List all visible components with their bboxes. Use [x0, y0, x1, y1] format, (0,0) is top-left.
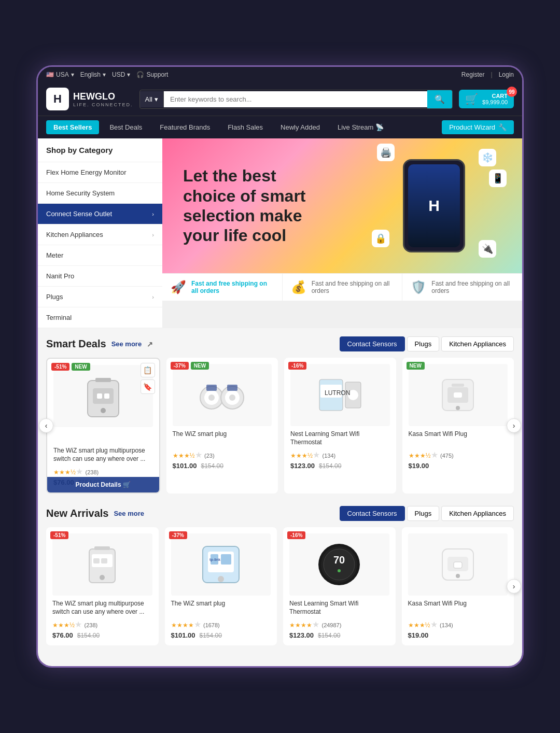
- logo: H HEWGLO LIFE. CONNECTED.: [46, 88, 133, 110]
- na-product-1-count: 238: [86, 622, 95, 628]
- shipping-shield-icon: 🛡️: [411, 280, 426, 294]
- sidebar-item-meter[interactable]: Meter: [38, 245, 162, 266]
- cart-button[interactable]: 🛒 99 CART $9,999.00: [459, 90, 514, 108]
- product-wizard-button[interactable]: Product Wizard 🔧: [442, 120, 514, 134]
- smart-deals-product-2[interactable]: -37% NEW The WiZ smart plug: [166, 358, 278, 494]
- nav-featured-brands[interactable]: Featured Brands: [152, 120, 217, 134]
- na-product-4-name: Kasa Smart Wifi Plug: [408, 600, 508, 616]
- login-link[interactable]: Login: [499, 71, 514, 78]
- register-link[interactable]: Register: [461, 71, 485, 78]
- sidebar-label-kitchen: Kitchen Appliances: [46, 231, 103, 238]
- kitchen-chevron-icon: ›: [152, 232, 154, 238]
- na-product-2-rating: ★★★★★ (1678): [171, 619, 271, 629]
- product-2-price-current: $101.00: [173, 462, 197, 470]
- currency-selector[interactable]: USD ▾: [112, 71, 130, 78]
- sidebar-label-flex-home: Flex Home Energy Monitor: [46, 168, 127, 176]
- badge-new-2: NEW: [191, 362, 209, 370]
- search-button[interactable]: 🔍: [427, 90, 452, 108]
- language-selector[interactable]: English ▾: [80, 71, 106, 78]
- new-arrivals-product-2[interactable]: -37% tp-link The WiZ smart plug ★★★★★: [165, 527, 277, 645]
- svg-rect-22: [452, 384, 464, 387]
- new-arrivals-product-3[interactable]: -16% 70 Nest Learning Smart Wifi Thermos…: [283, 527, 396, 645]
- smart-deals-title-group: Smart Deals See more ↗: [46, 338, 153, 350]
- shipping-rocket-icon: 🚀: [171, 280, 186, 294]
- cart-amount: $9,999.00: [482, 99, 508, 105]
- sidebar-item-plugs[interactable]: Plugs ›: [38, 287, 162, 307]
- wizard-label: Product Wizard: [449, 123, 495, 131]
- smart-deals-see-more[interactable]: See more: [111, 340, 142, 348]
- svg-text:tp-link: tp-link: [209, 557, 221, 562]
- product-3-badges: -16%: [288, 362, 306, 370]
- product-3-price-original: $154.00: [319, 462, 341, 470]
- sidebar-item-connect-sense[interactable]: Connect Sense Outlet ›: [38, 204, 162, 224]
- nav-best-deals[interactable]: Best Deals: [102, 120, 149, 134]
- nav-flash-sales[interactable]: Flash Sales: [220, 120, 270, 134]
- cart-badge: 99: [507, 87, 517, 97]
- svg-point-40: [338, 569, 341, 572]
- product-4-price: $19.00: [409, 462, 508, 470]
- na-product-3-price: $123.00 $154.00: [289, 631, 389, 639]
- na-product-3-badges: -16%: [287, 531, 305, 539]
- sidebar-label-terminal: Terminal: [46, 314, 72, 321]
- product-3-price: $123.00 $154.00: [290, 462, 390, 470]
- main-content: Shop by Category Flex Home Energy Monito…: [38, 138, 522, 328]
- search-input[interactable]: [164, 91, 427, 107]
- new-arrivals-product-1[interactable]: -51% The WiZ smart plug multipurpose swi…: [46, 527, 159, 645]
- logo-text: HEWGLO LIFE. CONNECTED.: [73, 91, 133, 107]
- currency-chevron-icon: ▾: [127, 71, 130, 78]
- product-1-wishlist-btn[interactable]: 🔖: [141, 379, 155, 394]
- nav-live-stream[interactable]: Live Stream 📡: [330, 120, 391, 134]
- tab-kitchen-arrivals[interactable]: Kitchen Appliances: [441, 506, 514, 521]
- product-1-overlay[interactable]: Product Details 🛒: [47, 477, 159, 492]
- svg-text:70: 70: [333, 554, 345, 566]
- nav-best-sellers[interactable]: Best Sellers: [46, 120, 99, 134]
- smart-deals-next-arrow[interactable]: ›: [507, 418, 521, 433]
- na-product-2-badges: -37%: [169, 531, 187, 539]
- sidebar-item-terminal[interactable]: Terminal: [38, 307, 162, 328]
- smart-deals-product-1[interactable]: -51% NEW 📋 🔖: [46, 358, 160, 494]
- shipping-label-3: Fast and free shipping on all orders: [431, 280, 514, 294]
- sidebar-item-kitchen[interactable]: Kitchen Appliances ›: [38, 224, 162, 245]
- na-product-2-price-original: $154.00: [200, 632, 222, 639]
- page-content: Smart Deals See more ↗ Contact Sensors P…: [38, 328, 522, 666]
- new-arrivals-next-arrow[interactable]: ›: [507, 579, 521, 594]
- product-1-compare-btn[interactable]: 📋: [141, 363, 155, 377]
- svg-point-21: [456, 406, 460, 410]
- sidebar-item-flex-home[interactable]: Flex Home Energy Monitor: [38, 162, 162, 183]
- logo-letter: H: [53, 92, 62, 106]
- new-arrivals-see-more[interactable]: See more: [114, 510, 144, 517]
- na-product-4-price: $19.00: [408, 631, 508, 639]
- tab-plugs-arrivals[interactable]: Plugs: [407, 506, 440, 521]
- product-3-rating: ★★★½★ (134): [290, 450, 390, 460]
- brand-tagline: LIFE. CONNECTED.: [73, 102, 133, 107]
- support-link[interactable]: 🎧 Support: [136, 71, 168, 78]
- hero-headline: Let the best choice of smart selection m…: [183, 166, 328, 246]
- tab-kitchen-deals[interactable]: Kitchen Appliances: [441, 336, 514, 351]
- smart-deals-product-3[interactable]: -16% LUTRON Nest Learning Smart Wifi The…: [284, 358, 396, 494]
- svg-rect-29: [101, 558, 107, 563]
- smart-deals-prev-arrow[interactable]: ‹: [39, 418, 53, 433]
- product-4-badges: NEW: [407, 362, 425, 370]
- tab-plugs-deals[interactable]: Plugs: [407, 336, 440, 351]
- product-1-actions: 📋 🔖: [141, 363, 155, 394]
- product-4-price-current: $19.00: [409, 462, 429, 470]
- tab-contact-sensors-arrivals[interactable]: Contact Sensors: [340, 506, 405, 521]
- country-selector[interactable]: 🇺🇸 USA ▾: [46, 71, 74, 78]
- smart-deals-product-4[interactable]: NEW Kasa Smart Wifi Plug ★★★½★ (475): [402, 358, 514, 494]
- na-product-1-price: $76.00 $154.00: [52, 631, 152, 639]
- na-product-4-count: 134: [442, 622, 451, 628]
- product-1-image: [53, 365, 153, 427]
- svg-rect-27: [94, 546, 110, 550]
- product-1-review-count: 238: [87, 469, 96, 475]
- sidebar-item-home-security[interactable]: Home Security System: [38, 183, 162, 204]
- cart-info: CART $9,999.00: [482, 93, 508, 105]
- shipping-item-1: 🚀 Fast and free shipping on all orders: [162, 274, 283, 301]
- na-product-3-price-current: $123.00: [289, 631, 314, 639]
- new-arrivals-product-4[interactable]: Kasa Smart Wifi Plug ★★★½★ (134) $19.00: [402, 527, 514, 645]
- search-category-dropdown[interactable]: All ▾: [140, 91, 164, 107]
- product-2-price: $101.00 $154.00: [173, 462, 272, 470]
- search-category-chevron: ▾: [155, 95, 158, 103]
- tab-contact-sensors-deals[interactable]: Contact Sensors: [340, 336, 405, 351]
- sidebar-item-nanit-pro[interactable]: Nanit Pro: [38, 266, 162, 287]
- nav-newly-added[interactable]: Newly Added: [273, 120, 327, 134]
